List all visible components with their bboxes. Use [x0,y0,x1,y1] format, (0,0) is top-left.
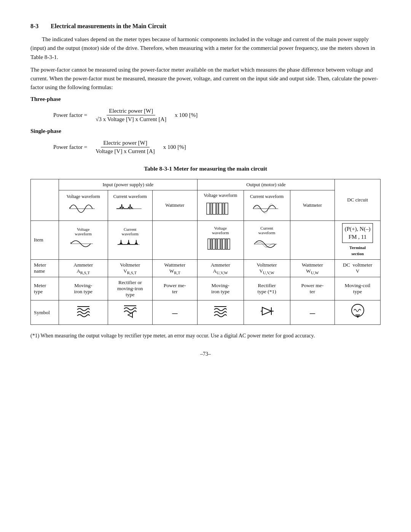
output-voltage-label: Voltage waveform [201,193,241,198]
paragraph-1: The indicated values depend on the meter… [30,35,381,62]
dc-voltmeter-symbol: V [338,268,377,274]
input-voltmeter-symbol: VR,S,T [111,268,150,275]
output-ammeter-symbol: AU,V,W [201,268,241,275]
meter-name-output-c: Voltmeter VU,V,W [244,259,290,277]
paragraph-2: The power-factor cannot be measured usin… [30,66,381,92]
output-wattmeter-name: Wattmeter [293,262,332,268]
symbol-dc [335,300,381,325]
input-wattmeter-symbol: WR,T [156,268,194,275]
svg-rect-4 [210,203,212,214]
meter-name-row: Metername Ammeter AR,S,T Voltmeter VR,S,… [31,259,381,277]
symbol-output-c-svg [258,303,275,320]
output-ammeter-name: Ammeter [201,262,241,268]
three-phase-lhs: Power factor = [53,112,87,118]
item-output-current-wave: Currentwaveform [244,220,290,259]
output-voltage-waveform-header: Voltage waveform [197,190,244,220]
meter-type-input-v: Moving-iron type [59,277,108,300]
item-output-v-svg [207,236,234,252]
svg-rect-5 [213,203,216,214]
svg-rect-21 [226,239,227,249]
item-input-c-svg [117,237,143,251]
single-phase-fraction: Electric power [W] Voltage [V] x Current… [93,140,157,155]
svg-rect-9 [225,203,228,214]
svg-rect-14 [208,239,210,249]
page-number: –73– [30,351,381,357]
meter-type-output-v: Moving-iron type [197,277,244,300]
meter-name-dc: DC voltmeter V [335,259,381,277]
input-ammeter-symbol: AR,S,T [62,268,104,275]
output-current-label: Current waveform [247,194,287,200]
single-phase-numerator: Electric power [W] [101,140,150,147]
symbol-output-c [244,300,290,325]
item-output-c-svg [253,236,280,252]
item-row: Item Voltagewaveform Currentwaveform [31,220,381,259]
input-voltage-waveform-header: Voltage waveform [59,190,108,220]
symbol-dc-svg [349,303,366,320]
meter-name-label: Metername [31,259,59,277]
svg-rect-19 [221,239,222,249]
symbol-input-w: – [153,300,198,325]
meter-name-output-v: Ammeter AU,V,W [197,259,244,277]
svg-rect-8 [223,203,224,214]
svg-rect-20 [223,239,225,249]
output-voltmeter-symbol: VU,V,W [247,268,287,275]
meter-type-output-c: Rectifiertype (*1) [244,277,290,300]
meter-type-row: Metertype Moving-iron type Rectifier orm… [31,277,381,300]
symbol-input-v [59,300,108,325]
input-ammeter-name: Ammeter [62,262,104,268]
three-phase-formula: Power factor = Electric power [W] √3 x V… [53,108,381,123]
section-title: Electrical measurements in the Main Circ… [51,23,166,30]
main-table: Input (power supply) side Output (motor)… [30,179,381,325]
three-phase-rhs: x 100 [%] [175,112,198,118]
symbol-input-v-svg [75,303,92,320]
input-current-wave-svg [115,200,145,217]
item-output-wattmeter-empty [290,220,335,259]
meter-name-input-v: Ammeter AR,S,T [59,259,108,277]
single-phase-formula: Power factor = Electric power [W] Voltag… [53,140,381,155]
single-phase-lhs: Power factor = [53,144,87,150]
symbol-label: Symbol [31,300,59,325]
input-current-label: Current waveform [111,194,150,200]
input-wattmeter-name2: Wattmeter [156,262,194,268]
svg-rect-15 [211,239,212,249]
svg-rect-3 [207,203,210,214]
meter-type-label: Metertype [31,277,59,300]
meter-type-input-w: Power me-ter [153,277,198,300]
meter-name-output-w: Wattmeter WU,W [290,259,335,277]
output-voltmeter-name: Voltmeter [247,262,287,268]
item-input-current-wave: Currentwaveform [108,220,153,259]
item-wattmeter-empty [153,220,198,259]
meter-type-output-w: Power me-ter [290,277,335,300]
symbol-row: Symbol [31,300,381,325]
svg-rect-22 [228,239,230,249]
meter-type-input-c: Rectifier ormoving-irontype [108,277,153,300]
footnote: (*1) When measuring the output voltage b… [30,332,381,340]
output-voltage-wave-svg [205,199,236,218]
meter-name-input-w: Wattmeter WR,T [153,259,198,277]
input-header: Input (power supply) side [59,179,198,190]
single-phase-denominator: Voltage [V] x Current [A] [93,147,157,155]
single-phase-rhs: x 100 [%] [163,144,186,150]
input-voltage-wave-svg [68,200,99,217]
input-voltage-label: Voltage waveform [62,194,104,200]
input-wattmeter-header: Wattmeter [153,190,198,220]
dc-header: DC circuit [335,179,381,220]
dc-voltmeter-name: DC voltmeter [338,262,377,268]
item-output-voltage-wave: Voltagewaveform [197,220,244,259]
svg-marker-29 [262,307,271,315]
meter-name-input-c: Voltmeter VR,S,T [108,259,153,277]
svg-rect-7 [219,203,222,214]
meter-type-dc: Moving-coiltype [335,277,381,300]
output-wattmeter-header: Wattmeter [290,190,335,220]
section-number: 8-3 [30,23,38,30]
item-label: Item [31,220,59,259]
output-wattmeter-symbol: WU,W [293,268,332,275]
symbol-output-v-svg [212,303,229,320]
svg-rect-17 [216,239,217,249]
input-current-waveform-header: Current waveform [108,190,153,220]
item-input-voltage-wave: Voltagewaveform [59,220,108,259]
symbol-input-c [108,300,153,325]
item-dc-circuit: (P(+), N(–) FM , 11 Terminalsection [335,220,381,259]
output-header: Output (motor) side [197,179,335,190]
three-phase-numerator: Electric power [W] [107,108,155,115]
